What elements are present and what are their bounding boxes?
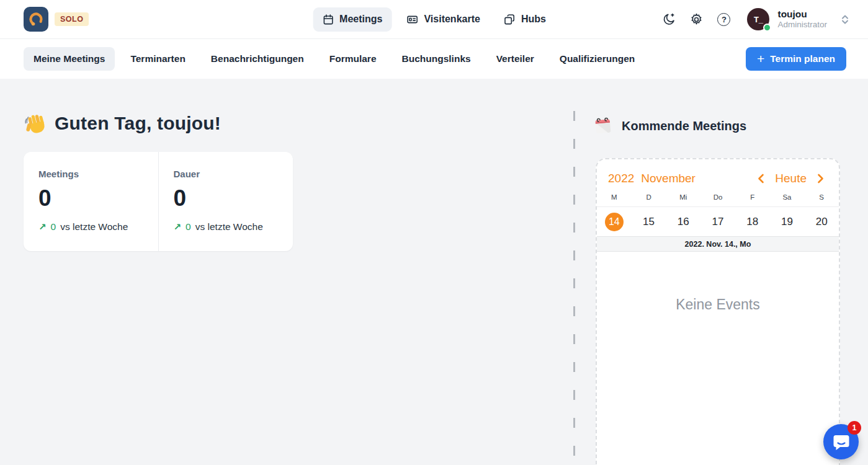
subnav-tabs: Meine MeetingsTerminartenBenachrichtigun…: [24, 47, 645, 71]
calendar-month-label: 2022 November: [608, 172, 696, 185]
calendar-day-selected[interactable]: 14: [605, 213, 624, 231]
plan-badge: SOLO: [55, 12, 89, 26]
online-status-dot: [763, 24, 771, 32]
topnav-label: Meetings: [339, 14, 382, 25]
chevron-right-icon: [816, 173, 825, 184]
main-content: Guten Tag, toujou! Meetings 0 ↗ 0 vs let…: [0, 79, 868, 465]
weekday-label: Mi: [666, 193, 700, 201]
profile-role: Administrator: [777, 20, 827, 30]
plus-icon: +: [757, 52, 764, 65]
profile-name: toujou: [777, 8, 827, 20]
stat-label: Meetings: [38, 169, 143, 179]
card-icon: [406, 14, 418, 25]
stat-card-meetings: Meetings 0 ↗ 0 vs letzte Woche: [24, 152, 159, 251]
stat-label: Dauer: [174, 169, 279, 179]
topnav-visitenkarte[interactable]: Visitenkarte: [396, 7, 489, 32]
chat-unread-badge: 1: [848, 421, 861, 435]
weekday-label: Do: [700, 193, 735, 201]
chat-bubble-icon: [832, 433, 851, 451]
stat-value: 0: [38, 185, 143, 211]
tab-meine-meetings[interactable]: Meine Meetings: [24, 47, 115, 71]
calendar-icon: [322, 14, 334, 25]
stats-cards: Meetings 0 ↗ 0 vs letzte Woche Dauer 0 ↗…: [24, 152, 293, 251]
chevron-left-icon: [756, 173, 766, 184]
topnav-label: Hubs: [521, 14, 546, 25]
topnav-meetings[interactable]: Meetings: [313, 7, 391, 32]
page-title: Guten Tag, toujou!: [55, 113, 221, 134]
tab-formulare[interactable]: Formulare: [320, 47, 387, 71]
greeting: Guten Tag, toujou!: [24, 112, 221, 135]
schedule-meeting-button[interactable]: + Termin planen: [746, 47, 846, 71]
delta-value: 0: [186, 221, 191, 232]
chevron-up-down-icon: [841, 14, 849, 25]
calendar-weekday-row: MDMiDoFSaS: [597, 193, 839, 207]
weekday-label: S: [804, 193, 839, 201]
calendar-day[interactable]: 19: [777, 213, 796, 231]
subnav: Meine MeetingsTerminartenBenachrichtigun…: [0, 38, 868, 79]
topbar-nav: MeetingsVisitenkarteHubs: [313, 7, 555, 32]
delta-value: 0: [51, 221, 56, 232]
prev-week-button[interactable]: [755, 172, 767, 185]
calendar-day[interactable]: 15: [640, 213, 658, 231]
cta-label: Termin planen: [770, 53, 835, 64]
moon-icon: [662, 12, 676, 27]
question-icon: ?: [717, 13, 730, 26]
trend-up-icon: ↗: [38, 221, 47, 232]
weekday-label: F: [735, 193, 770, 201]
topbar: SOLO MeetingsVisitenkarteHubs ?: [0, 0, 868, 38]
calendar-year: 2022: [608, 172, 634, 185]
calendar-nav: Heute: [755, 172, 826, 185]
calendar-widget: 2022 November Heute MDMiDoFSaS 141516171…: [596, 158, 840, 465]
profile-menu[interactable]: T_ toujou Administrator: [747, 8, 849, 30]
delta-text: vs letzte Woche: [195, 221, 263, 232]
stat-delta: ↗ 0 vs letzte Woche: [38, 221, 143, 232]
weekday-label: D: [632, 193, 666, 201]
upcoming-meetings-header: Kommende Meetings: [593, 116, 746, 136]
calendar-day[interactable]: 17: [709, 213, 727, 231]
chat-launcher-button[interactable]: 1: [823, 424, 859, 459]
empty-events-message: Keine Events: [597, 252, 839, 313]
topnav-hubs[interactable]: Hubs: [494, 7, 555, 32]
calendar-day[interactable]: 20: [812, 213, 831, 231]
avatar-initials: T_: [754, 15, 763, 24]
upcoming-meetings-title: Kommende Meetings: [622, 119, 746, 133]
calendar-day[interactable]: 16: [674, 213, 692, 231]
weekday-label: Sa: [770, 193, 805, 201]
next-week-button[interactable]: [815, 172, 826, 185]
logo-wrap: SOLO: [24, 7, 89, 32]
calendar-day[interactable]: 18: [743, 213, 762, 231]
dark-mode-toggle[interactable]: [662, 12, 676, 27]
calendar-header: 2022 November Heute: [597, 159, 839, 193]
stat-delta: ↗ 0 vs letzte Woche: [174, 221, 279, 232]
trend-up-icon: ↗: [174, 221, 182, 232]
wave-emoji: [24, 112, 46, 135]
tab-qualifizierungen[interactable]: Qualifizierungen: [550, 47, 645, 71]
topnav-label: Visitenkarte: [424, 14, 480, 25]
calendar-emoji: [593, 116, 613, 136]
topbar-actions: ? T_ toujou Administrator: [649, 8, 849, 30]
stat-card-dauer: Dauer 0 ↗ 0 vs letzte Woche: [159, 152, 293, 251]
tab-buchungslinks[interactable]: Buchungslinks: [392, 47, 481, 71]
dashed-divider: [573, 111, 575, 465]
settings-button[interactable]: [689, 12, 704, 27]
app-logo-icon[interactable]: [24, 7, 48, 32]
today-button[interactable]: Heute: [775, 172, 807, 185]
calendar-day-row: 14151617181920: [597, 207, 839, 236]
stat-value: 0: [174, 185, 279, 211]
weekday-label: M: [597, 193, 632, 201]
calendar-month: November: [641, 172, 696, 185]
avatar: T_: [747, 8, 769, 30]
delta-text: vs letzte Woche: [60, 221, 128, 232]
help-button[interactable]: ?: [717, 12, 731, 27]
selected-date-bar: 2022. Nov. 14., Mo: [597, 236, 839, 252]
tab-terminarten[interactable]: Terminarten: [120, 47, 195, 71]
gear-icon: [689, 12, 704, 27]
hubs-icon: [504, 14, 516, 25]
tab-verteiler[interactable]: Verteiler: [486, 47, 544, 71]
profile-text: toujou Administrator: [777, 8, 827, 30]
tab-benachrichtigungen[interactable]: Benachrichtigungen: [201, 47, 314, 71]
